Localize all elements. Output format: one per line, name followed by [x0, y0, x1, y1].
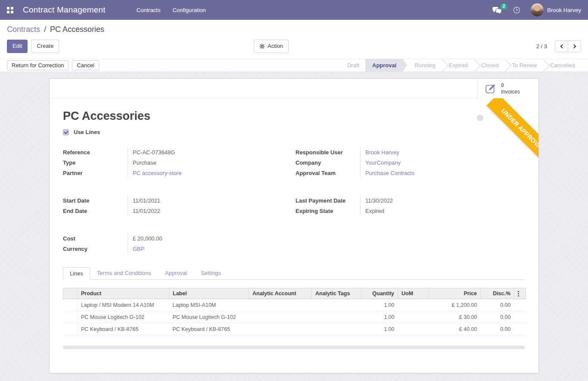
action-button-label: Action: [268, 42, 283, 50]
activities-clock-icon[interactable]: [513, 6, 520, 14]
user-avatar: [531, 3, 544, 16]
chevron-left-icon: [560, 44, 564, 49]
user-name: Brook Harvey: [547, 7, 581, 13]
field-type: Type Purchase: [63, 157, 292, 168]
form-view-background: UNDER APPROVAL 0 Invoices PC Accessories…: [0, 72, 588, 381]
row-handle-cell: [63, 323, 78, 335]
button-box: 0 Invoices: [50, 79, 538, 98]
partner-link[interactable]: PC accessory-store: [128, 168, 292, 178]
tab-bar: Lines Terms and Conditions Approval Sett…: [63, 267, 525, 280]
field-start-date: Start Date 11/01/2021: [63, 195, 292, 206]
column-header-quantity: Quantity: [361, 288, 398, 299]
form-sheet: UNDER APPROVAL 0 Invoices PC Accessories…: [49, 78, 539, 373]
return-for-correction-button[interactable]: Return for Correction: [7, 60, 68, 70]
pager-previous-button[interactable]: [555, 41, 568, 52]
invoices-stat-button[interactable]: 0 Invoices: [478, 79, 538, 98]
column-header-product: Product: [78, 288, 169, 299]
menu-configuration[interactable]: Configuration: [172, 7, 205, 13]
edit-pencil-icon: [485, 84, 496, 94]
form-statusbar: Return for Correction Cancel Draft Appro…: [0, 59, 588, 72]
pager-next-button[interactable]: [568, 41, 581, 52]
status-steps: Draft Approval Running Expired Closed To…: [340, 59, 582, 72]
status-step-approval[interactable]: Approval: [365, 59, 407, 72]
messages-count-badge: 2: [501, 3, 507, 9]
breadcrumb: Contracts / PC Accessories: [7, 25, 581, 34]
invoices-count: 0: [501, 82, 520, 88]
breadcrumb-separator: /: [44, 25, 46, 34]
column-header-label: Label: [169, 288, 249, 299]
top-menu-bar: Contracts Configuration: [137, 7, 206, 13]
contract-line-row[interactable]: PC Keyboard / KB-8765 PC Keyboard / KB-8…: [63, 323, 526, 335]
field-currency: Currency GBP: [63, 244, 292, 254]
breadcrumb-parent[interactable]: Contracts: [7, 25, 40, 34]
page-title: PC Accessories: [63, 109, 538, 123]
invoices-label: Invoices: [501, 89, 520, 95]
tab-approval[interactable]: Approval: [158, 267, 194, 280]
contract-line-row[interactable]: PC Mouse Logitech G-102 PC Mouse Logitec…: [63, 311, 526, 323]
tab-settings[interactable]: Settings: [194, 267, 228, 280]
row-handle-cell: [63, 311, 78, 323]
company-link[interactable]: YourCompany: [360, 157, 525, 168]
approval-team-link[interactable]: Purchase Contracts: [360, 168, 525, 178]
app-brand[interactable]: Contract Management: [23, 5, 106, 15]
notebook: Lines Terms and Conditions Approval Sett…: [63, 267, 525, 280]
group-dates: Start Date 11/01/2021 End Date 11/01/202…: [63, 195, 525, 216]
breadcrumb-current: PC Accessories: [50, 25, 104, 34]
tab-terms-and-conditions[interactable]: Terms and Conditions: [90, 267, 158, 280]
pager: 2 / 3: [536, 41, 581, 52]
field-last-payment-date: Last Payment Date 11/30/2022: [296, 195, 525, 206]
user-menu[interactable]: Brook Harvey: [531, 3, 581, 16]
column-header-analytic-account: Analytic Account: [249, 288, 312, 299]
cancel-button[interactable]: Cancel: [72, 60, 99, 70]
gear-icon: [259, 44, 265, 49]
column-header-price: Price: [429, 288, 481, 299]
action-button[interactable]: Action: [254, 40, 289, 53]
field-reference: Reference PC-AC-073648G: [63, 147, 292, 157]
use-lines-label: Use Lines: [74, 129, 100, 135]
column-header-disc: Disc.%: [481, 288, 514, 299]
field-end-date: End Date 11/01/2022: [63, 206, 292, 216]
contract-lines-table: Product Label Analytic Account Analytic …: [63, 288, 525, 335]
currency-link[interactable]: GBP: [128, 244, 292, 254]
field-responsible-user: Responsible User Brook Harvey: [296, 147, 525, 157]
chevron-right-icon: [572, 44, 576, 49]
use-lines-checkbox[interactable]: [63, 129, 69, 135]
group-info: Reference PC-AC-073648G Type Purchase Pa…: [63, 147, 525, 178]
top-navbar: Contract Management Contracts Configurat…: [0, 0, 588, 20]
column-header-handle: [63, 288, 78, 299]
messages-icon[interactable]: 2: [492, 6, 502, 14]
field-partner: Partner PC accessory-store: [63, 168, 292, 178]
responsible-user-link[interactable]: Brook Harvey: [360, 147, 525, 157]
field-approval-team: Approval Team Purchase Contracts: [296, 168, 525, 178]
edit-button[interactable]: Edit: [7, 40, 28, 53]
column-header-uom: UoM: [398, 288, 429, 299]
menu-contracts[interactable]: Contracts: [137, 7, 161, 13]
pager-value: 2 / 3: [536, 43, 547, 50]
column-header-analytic-tags: Analytic Tags: [312, 288, 361, 299]
create-button[interactable]: Create: [31, 40, 59, 53]
field-expiring-state: Expiring State Expired: [296, 206, 525, 216]
control-panel: Contracts / PC Accessories Edit Create A…: [0, 20, 588, 59]
table-header-row: Product Label Analytic Account Analytic …: [63, 288, 526, 299]
horizontal-scrollbar[interactable]: [63, 346, 525, 349]
apps-menu-icon[interactable]: [7, 7, 13, 13]
field-cost: Cost £ 20,000.00: [63, 233, 292, 244]
optional-columns-toggle-icon[interactable]: [514, 288, 526, 299]
row-handle-cell: [63, 299, 78, 311]
tab-lines[interactable]: Lines: [63, 267, 90, 280]
group-cost: Cost £ 20,000.00 Currency GBP: [63, 233, 525, 254]
field-company: Company YourCompany: [296, 157, 525, 168]
contract-line-row[interactable]: Laptop / MSI Modern 14 A10M Laptop MSI-A…: [63, 299, 526, 311]
record-image-placeholder: [477, 115, 483, 121]
